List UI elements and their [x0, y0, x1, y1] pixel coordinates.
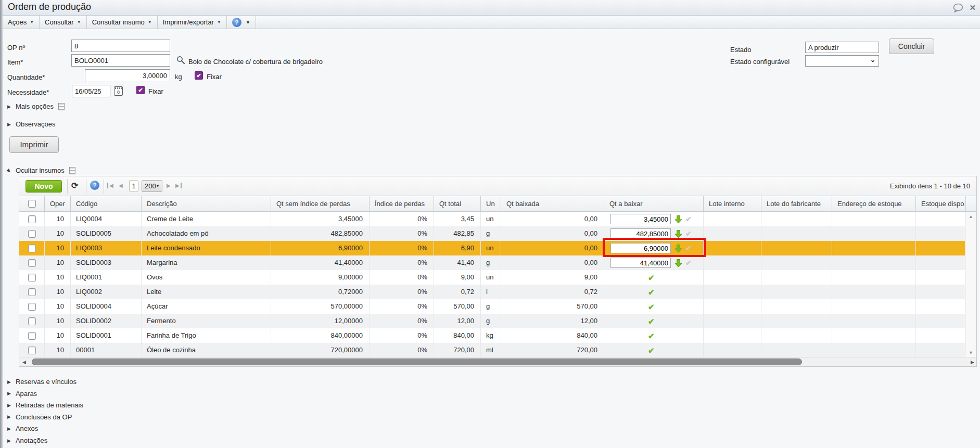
- row-checkbox[interactable]: [28, 347, 36, 354]
- qt-a-baixar-input[interactable]: [610, 214, 671, 224]
- row-checkbox[interactable]: [28, 245, 36, 252]
- scroll-left-icon[interactable]: ◀: [22, 360, 26, 365]
- cell-indice-perdas: 0%: [370, 285, 434, 299]
- table-row[interactable]: 10SOLID0001Farinha de Trigo840,000000%84…: [19, 328, 976, 343]
- green-down-arrow-icon[interactable]: [674, 244, 683, 253]
- green-down-arrow-icon[interactable]: [674, 229, 683, 238]
- help-icon[interactable]: ?: [232, 18, 241, 27]
- menu-item-consultar-insumo[interactable]: Consultar insumo▼: [87, 16, 158, 29]
- section-toggle-anexos[interactable]: ▶Anexos: [7, 425, 38, 432]
- concluir-button[interactable]: Concluir: [889, 39, 934, 54]
- column-header-qt-a-baixar[interactable]: Qt a baixar: [604, 196, 704, 211]
- menu-item-a-es[interactable]: Ações▼: [3, 16, 40, 29]
- section-toggle-aparas[interactable]: ▶Aparas: [7, 390, 37, 398]
- column-header--ndice-de-perdas[interactable]: Índice de perdas: [370, 196, 434, 211]
- chevron-down-icon[interactable]: ▼: [246, 20, 250, 25]
- section-toggle-retiradas-de-materiais[interactable]: ▶Retiradas de materiais: [7, 401, 83, 409]
- horizontal-scrollbar[interactable]: ◀ ▶: [19, 357, 976, 366]
- column-header-qt-total[interactable]: Qt total: [434, 196, 481, 211]
- scroll-up-icon[interactable]: ▲: [965, 214, 976, 219]
- column-header-c-digo[interactable]: Código: [71, 196, 142, 211]
- column-header-qt-sem-ndice-de-perdas[interactable]: Qt sem índice de perdas: [271, 196, 370, 211]
- mais-opcoes-toggle[interactable]: ▶ Mais opções: [7, 103, 65, 110]
- column-header-descri-o[interactable]: Descrição: [142, 196, 271, 211]
- qt-a-baixar-input[interactable]: [610, 258, 671, 268]
- row-checkbox[interactable]: [28, 303, 36, 311]
- table-row[interactable]: 10LIQ0003Leite condensado6,900000%6,90un…: [19, 241, 976, 255]
- cell-qt-total: 3,45: [434, 212, 481, 226]
- row-checkbox[interactable]: [28, 259, 36, 267]
- close-icon[interactable]: ✕: [969, 3, 976, 12]
- cell-indice-perdas: 0%: [370, 314, 434, 328]
- column-header-lote-do-fabricante[interactable]: Lote do fabricante: [761, 196, 832, 211]
- row-checkbox[interactable]: [28, 274, 36, 281]
- estado-configuravel-select[interactable]: ⌄: [805, 55, 879, 67]
- cell-lote-interno: [704, 314, 761, 328]
- column-header-un[interactable]: Un: [481, 196, 501, 211]
- row-checkbox[interactable]: [28, 230, 36, 238]
- page-first-icon[interactable]: ◀: [107, 183, 113, 188]
- column-header-lote-interno[interactable]: Lote interno: [704, 196, 761, 211]
- menu-item-imprimir-exportar[interactable]: Imprimir/exportar▼: [158, 16, 227, 29]
- estado-input[interactable]: [805, 42, 879, 53]
- green-down-arrow-icon[interactable]: [674, 215, 683, 224]
- page-next-icon[interactable]: ▶: [167, 183, 171, 188]
- table-row[interactable]: 10LIQ0001Ovos9,000000%9,00un9,00✔: [19, 270, 976, 285]
- section-toggle-reservas-e-v-nculos[interactable]: ▶Reservas e vínculos: [7, 378, 77, 386]
- cell-qt-a-baixar: ✔: [604, 226, 704, 241]
- qt-a-baixar-input[interactable]: [610, 228, 671, 239]
- ocultar-insumos-toggle[interactable]: ▶ Ocultar insumos: [7, 167, 75, 174]
- calendar-icon[interactable]: 8: [114, 86, 123, 96]
- fixar-date-checkbox[interactable]: ✔: [136, 86, 145, 94]
- cell-oper: 10: [45, 226, 71, 241]
- page-size-select[interactable]: 200 ▼: [142, 180, 162, 192]
- section-toggle-conclus-es-da-op[interactable]: ▶Conclusões da OP: [7, 413, 72, 421]
- scrollbar-thumb[interactable]: [32, 359, 802, 365]
- menu-help[interactable]: ? ▼: [227, 16, 256, 29]
- refresh-icon[interactable]: ⟳: [71, 181, 78, 190]
- cell-codigo: LIQ0001: [71, 270, 142, 285]
- item-input[interactable]: [71, 54, 170, 67]
- magnifier-icon[interactable]: [176, 56, 185, 66]
- qt-a-baixar-input[interactable]: [610, 243, 671, 253]
- table-row[interactable]: 1000001Óleo de cozinha720,000000%720,00m…: [19, 343, 976, 357]
- column-header-endere-o-de-estoque[interactable]: Endereço de estoque: [832, 196, 916, 211]
- op-number-input[interactable]: [71, 40, 170, 52]
- column-header-oper[interactable]: Oper: [45, 196, 71, 211]
- table-row[interactable]: 10SOLID0004Açúcar570,000000%570,00g570,0…: [19, 299, 976, 314]
- green-down-arrow-icon[interactable]: [674, 259, 683, 267]
- table-row[interactable]: 10SOLID0003Margarina41,400000%41,40g0,00…: [19, 255, 976, 270]
- observacoes-toggle[interactable]: ▶ Observações: [7, 120, 56, 128]
- quantity-input[interactable]: [85, 69, 170, 82]
- cell-qt-baixada: 720,00: [501, 343, 604, 357]
- fixar-quantity-checkbox[interactable]: ✔: [195, 71, 203, 80]
- cell-qt-total: 482,85: [434, 226, 481, 241]
- column-header-estoque-dispo[interactable]: Estoque dispo: [916, 196, 966, 211]
- help-icon[interactable]: ?: [90, 181, 99, 190]
- novo-button[interactable]: Novo: [26, 180, 62, 193]
- table-row[interactable]: 10SOLID0005Achocolatado em pó482,850000%…: [19, 226, 976, 241]
- row-checkbox[interactable]: [28, 332, 36, 340]
- table-row[interactable]: 10LIQ0004Creme de Leite3,450000%3,45un0,…: [19, 212, 976, 226]
- page-prev-icon[interactable]: ◀: [119, 183, 123, 188]
- section-toggle-anota-es[interactable]: ▶Anotações: [7, 437, 47, 444]
- scroll-right-icon[interactable]: ▶: [971, 360, 974, 365]
- select-all-checkbox[interactable]: [28, 200, 36, 208]
- notes-icon[interactable]: [58, 103, 65, 110]
- need-date-input[interactable]: [72, 85, 110, 97]
- row-checkbox[interactable]: [28, 288, 36, 296]
- page-last-icon[interactable]: ▶: [175, 183, 182, 188]
- row-checkbox[interactable]: [28, 317, 36, 325]
- cell-qt-a-baixar: ✔: [604, 241, 704, 255]
- table-row[interactable]: 10LIQ0002Leite0,720000%0,72l0,72✔: [19, 285, 976, 299]
- row-checkbox[interactable]: [28, 215, 36, 223]
- scroll-down-icon[interactable]: ▼: [965, 350, 976, 355]
- table-row[interactable]: 10SOLID0002Fermento12,000000%12,00g12,00…: [19, 314, 976, 328]
- column-header-qt-baixada[interactable]: Qt baixada: [501, 196, 604, 211]
- notes-icon[interactable]: [69, 167, 75, 174]
- imprimir-button[interactable]: Imprimir: [9, 136, 59, 153]
- page-number-input[interactable]: 1: [129, 180, 138, 192]
- speech-bubble-icon[interactable]: [952, 3, 964, 12]
- vertical-scrollbar[interactable]: ▲ ▼: [965, 212, 976, 357]
- menu-item-consultar[interactable]: Consultar▼: [40, 16, 87, 29]
